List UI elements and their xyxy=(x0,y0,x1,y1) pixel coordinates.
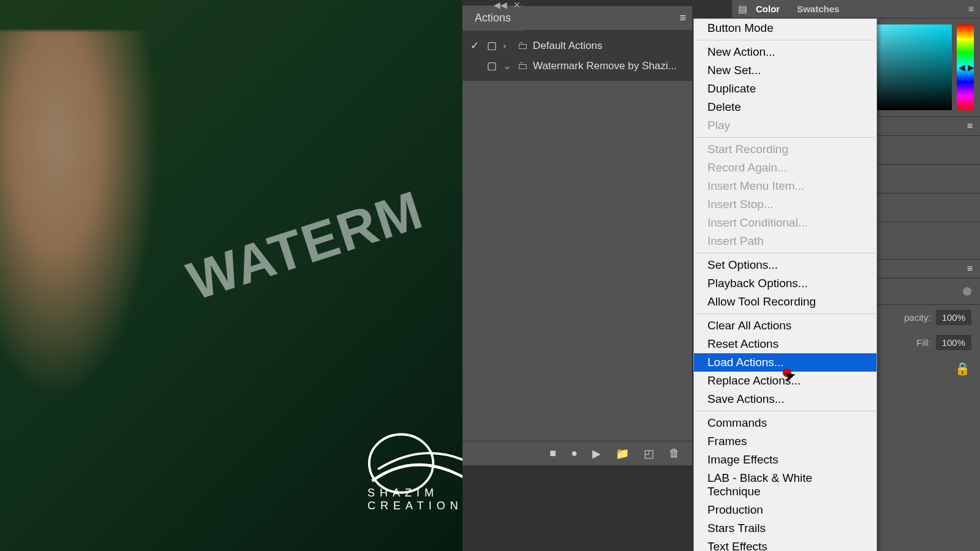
toggle-check-icon[interactable]: ✓ xyxy=(469,39,481,52)
menu-item-save-actions[interactable]: Save Actions... xyxy=(694,390,876,408)
menu-item-lab-black-white-technique[interactable]: LAB - Black & White Technique xyxy=(694,469,876,501)
panel-menu-icon[interactable]: ≡ xyxy=(679,12,686,24)
trash-icon[interactable]: 🗑 xyxy=(669,447,680,460)
menu-item-start-recording: Start Recording xyxy=(694,140,876,159)
lock-icon[interactable]: 🔒 xyxy=(955,361,970,376)
menu-separator xyxy=(695,40,875,40)
signature-caption: SHAZIM CREATIONS xyxy=(368,487,462,512)
expand-caret-icon[interactable]: ⌄ xyxy=(503,59,513,72)
tab-swatches[interactable]: Swatches xyxy=(788,0,848,18)
menu-item-stars-trails[interactable]: Stars Trails xyxy=(694,519,876,538)
menu-item-reset-actions[interactable]: Reset Actions xyxy=(694,335,876,353)
menu-item-insert-stop: Insert Stop... xyxy=(694,195,876,214)
menu-separator xyxy=(695,137,875,138)
menu-item-new-action[interactable]: New Action... xyxy=(694,43,876,61)
menu-separator xyxy=(695,253,875,253)
menu-item-clear-all-actions[interactable]: Clear All Actions xyxy=(694,317,876,335)
opacity-label: pacity: xyxy=(904,312,930,323)
panel-menu-icon[interactable]: ≡ xyxy=(967,263,973,274)
menu-item-new-set[interactable]: New Set... xyxy=(694,61,876,80)
panel-collapse-controls[interactable]: ◀◀ ✕ xyxy=(462,0,692,10)
action-set-label: Default Actions xyxy=(533,40,602,52)
menu-item-image-effects[interactable]: Image Effects xyxy=(694,451,876,469)
menu-separator xyxy=(695,313,875,314)
menu-item-allow-tool-recording[interactable]: Allow Tool Recording xyxy=(694,293,876,311)
menu-item-commands[interactable]: Commands xyxy=(694,414,876,432)
close-icon[interactable]: ✕ xyxy=(513,0,521,10)
panel-menu-icon[interactable]: ≡ xyxy=(967,121,973,132)
menu-separator xyxy=(695,411,875,411)
new-action-icon[interactable]: ◰ xyxy=(644,447,654,460)
actions-footer: ■ ● ▶ 📁 ◰ 🗑 xyxy=(462,441,692,465)
folder-icon: 🗀 xyxy=(518,40,528,52)
menu-item-button-mode[interactable]: Button Mode xyxy=(694,19,876,37)
menu-item-production[interactable]: Production xyxy=(694,501,876,519)
actions-context-menu: Button ModeNew Action...New Set...Duplic… xyxy=(693,18,877,551)
menu-item-frames[interactable]: Frames xyxy=(694,432,876,451)
fill-value[interactable]: 100% xyxy=(936,335,971,350)
toggle-dialog-icon[interactable]: ▢ xyxy=(486,59,498,72)
menu-item-insert-conditional: Insert Conditional... xyxy=(694,214,876,232)
play-icon[interactable]: ▶ xyxy=(592,447,601,460)
expand-caret-icon[interactable]: › xyxy=(503,40,513,52)
actions-list: ✓ ▢ › 🗀 Default Actions ▢ ⌄ 🗀 Watermark … xyxy=(462,31,692,81)
menu-item-insert-menu-item: Insert Menu Item... xyxy=(694,177,876,195)
toggle-dialog-icon[interactable]: ▢ xyxy=(486,39,498,52)
actions-panel: ◀◀ ✕ Actions ≡ ✓ ▢ › 🗀 Default Actions ▢… xyxy=(462,6,692,465)
menu-item-playback-options[interactable]: Playback Options... xyxy=(694,274,876,293)
action-set-row[interactable]: ▢ ⌄ 🗀 Watermark Remove by Shazi... xyxy=(462,56,692,76)
menu-item-delete[interactable]: Delete xyxy=(694,98,876,116)
menu-item-set-options[interactable]: Set Options... xyxy=(694,256,876,274)
menu-item-record-again: Record Again... xyxy=(694,159,876,177)
panel-icon[interactable]: ▤ xyxy=(738,3,747,15)
new-set-icon[interactable]: 📁 xyxy=(616,447,629,460)
fill-label: Fill: xyxy=(916,337,930,348)
record-icon[interactable]: ● xyxy=(571,447,578,460)
menu-item-duplicate[interactable]: Duplicate xyxy=(694,80,876,98)
menu-item-text-effects[interactable]: Text Effects xyxy=(694,538,876,551)
menu-item-play: Play xyxy=(694,116,876,135)
watermark-overlay-text: WATERM xyxy=(180,178,431,313)
folder-icon: 🗀 xyxy=(518,60,528,72)
stop-icon[interactable]: ■ xyxy=(549,447,556,460)
filter-toggle[interactable] xyxy=(963,287,971,296)
action-set-row[interactable]: ✓ ▢ › 🗀 Default Actions xyxy=(462,36,692,56)
canvas[interactable]: WATERM SHAZIM CREATIONS xyxy=(0,0,462,551)
tab-color[interactable]: Color xyxy=(747,0,788,18)
action-set-label: Watermark Remove by Shazi... xyxy=(533,60,677,72)
collapse-icon[interactable]: ◀◀ xyxy=(494,0,507,10)
panel-menu-icon[interactable]: ≡ xyxy=(968,4,974,15)
opacity-value[interactable]: 100% xyxy=(936,310,971,325)
hue-slider-indicator[interactable]: ◀ ▶ xyxy=(959,62,974,72)
menu-item-insert-path: Insert Path xyxy=(694,232,876,250)
